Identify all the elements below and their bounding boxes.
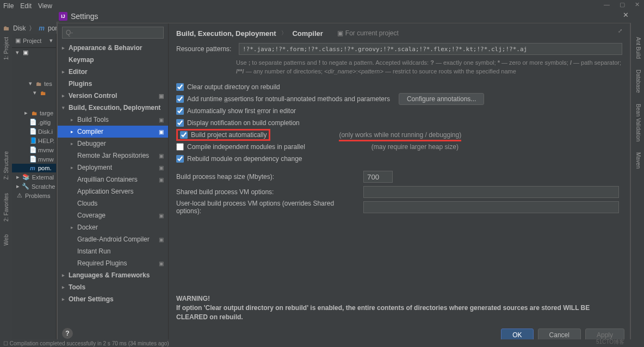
chk-rebuild-dep-row: Rebuild module on dependency change (176, 153, 622, 165)
nav-debugger[interactable]: ▸Debugger (58, 138, 168, 150)
nav-docker[interactable]: ▸Docker (58, 221, 168, 233)
resource-patterns-label: Resource patterns: (176, 43, 233, 55)
close-icon[interactable]: ✕ (623, 11, 629, 19)
nav-compiler[interactable]: ▸Compiler▣ (58, 126, 168, 138)
chk-clear-output-label: Clear output directory on rebuild (187, 83, 280, 91)
chk-assertions-row: Add runtime assertions for notnull-annot… (176, 93, 622, 105)
heap-size-row: Build process heap size (Mbytes): (176, 169, 622, 184)
chk-autoshow-row: Automatically show first error in editor (176, 105, 622, 117)
chk-parallel-label: Compile independent modules in parallel (187, 143, 305, 151)
chevron-down-icon[interactable]: ▾ (49, 37, 53, 44)
nav-tools[interactable]: ▸Tools (58, 281, 168, 293)
nav-coverage[interactable]: Coverage▣ (58, 209, 168, 221)
tab-bean[interactable]: Bean Validation (635, 104, 641, 141)
dialog-title: Settings (71, 12, 98, 21)
minimize-icon[interactable]: — (604, 1, 610, 8)
tab-maven[interactable]: Maven (635, 152, 641, 169)
nav-instant-run[interactable]: Instant Run (58, 245, 168, 257)
shared-vm-input[interactable] (363, 186, 619, 198)
nav-editor[interactable]: ▸Editor (58, 66, 168, 78)
left-tool-rail: 1: Project Z: Structure 2: Favorites Web (0, 34, 12, 339)
resource-hint: Use ; to separate patterns and ! to nega… (236, 58, 622, 76)
tab-web[interactable]: Web (3, 234, 9, 245)
menu-file[interactable]: File (3, 2, 14, 10)
userlocal-vm-input[interactable] (363, 201, 619, 213)
chk-assertions[interactable] (176, 95, 184, 103)
watermark: 51CTO博客 (596, 338, 624, 346)
close-window-icon[interactable]: ✕ (635, 1, 640, 8)
chk-build-auto-label: Build project automatically (191, 131, 267, 139)
nav-app-servers[interactable]: Application Servers (58, 185, 168, 197)
menu-view[interactable]: View (38, 2, 52, 10)
tree-row[interactable]: mpom. (12, 164, 56, 172)
chevron-right-icon: 〉 (281, 29, 287, 37)
problems-tab[interactable]: ⚠Problems (12, 191, 56, 200)
tree-row[interactable]: ▸🔧Scratche (12, 182, 56, 191)
settings-nav: ▸Appearance & Behavior Keymap ▸Editor Pl… (58, 23, 169, 342)
window-controls: — ▢ ✕ (604, 1, 640, 8)
note-parallel: (may require larger heap size) (371, 143, 459, 151)
menu-edit[interactable]: Edit (20, 2, 32, 10)
chk-rebuild-dep[interactable] (176, 155, 184, 163)
settings-nav-tree: ▸Appearance & Behavior Keymap ▸Editor Pl… (58, 42, 168, 325)
nav-remote-jar[interactable]: Remote Jar Repositories▣ (58, 150, 168, 162)
tree-row[interactable]: 📘HELP. (12, 136, 56, 145)
tree-row[interactable]: ▾▣ (12, 48, 56, 57)
nav-languages[interactable]: ▸Languages & Frameworks (58, 269, 168, 281)
chk-notify[interactable] (176, 119, 184, 127)
tab-project[interactable]: 1: Project (3, 37, 9, 60)
nav-vcs[interactable]: ▸Version Control▣ (58, 90, 168, 102)
tree-row[interactable]: ▸🖿targe (12, 108, 56, 117)
folder-icon: 🖿 (3, 24, 10, 32)
help-icon[interactable]: ? (62, 328, 73, 339)
project-header[interactable]: ▣ Project ▾ (12, 34, 56, 48)
nav-other[interactable]: ▸Other Settings (58, 293, 168, 305)
status-text: Compilation completed successfully in 2 … (10, 340, 169, 346)
ide-logo-icon: IJ (59, 12, 67, 21)
status-icon: ☐ (3, 340, 8, 346)
scope-note: ▣For current project (337, 29, 399, 37)
project-tool-window: ▣ Project ▾ ▾▣ ▾🖿tes ▾🖿 ▸🖿targe 📄.gitig … (12, 34, 57, 339)
breadcrumb-file-icon: m (39, 24, 45, 32)
nav-arquillian[interactable]: Arquillian Containers▣ (58, 174, 168, 185)
tree-row[interactable]: 📄Disk.i (12, 127, 56, 136)
tree-row[interactable]: 📄.gitig (12, 117, 56, 127)
chk-autoshow[interactable] (176, 107, 184, 115)
tree-row[interactable]: ▸📚External (12, 172, 56, 182)
chk-rebuild-dep-label: Rebuild module on dependency change (187, 155, 302, 163)
nav-build[interactable]: ▾Build, Execution, Deployment (58, 102, 168, 114)
crumb-parent[interactable]: Build, Execution, Deployment (176, 29, 276, 38)
tree-row[interactable]: 📄mvnw (12, 145, 56, 154)
tree-row[interactable]: ▾🖿 (12, 88, 56, 97)
tab-favorites[interactable]: 2: Favorites (3, 193, 9, 221)
chk-parallel[interactable] (176, 143, 184, 151)
nav-keymap[interactable]: Keymap (58, 54, 168, 66)
configure-annotations-button[interactable]: Configure annotations... (399, 93, 484, 105)
settings-search-input[interactable] (62, 27, 164, 39)
tab-ant[interactable]: Ant Build (635, 37, 641, 59)
project-header-icon: ▣ (15, 37, 21, 44)
dialog-title-bar: IJ Settings ✕ (59, 10, 631, 23)
chk-clear-output[interactable] (176, 83, 184, 91)
tab-database[interactable]: Database (635, 70, 641, 93)
tree-row[interactable]: 📄mvnw (12, 154, 56, 164)
tree-row[interactable]: ▾🖿tes (12, 79, 56, 88)
heap-size-input[interactable] (363, 171, 393, 183)
nav-build-tools[interactable]: ▸Build Tools▣ (58, 114, 168, 126)
resource-patterns-input[interactable] (239, 43, 622, 55)
nav-gradle-android[interactable]: Gradle-Android Compiler▣ (58, 233, 168, 245)
warning-text: WARNING! If option 'Clear output directo… (176, 294, 622, 322)
note-build-auto: (only works while not running / debuggin… (339, 131, 461, 139)
nav-appearance[interactable]: ▸Appearance & Behavior (58, 42, 168, 54)
chk-notify-label: Display notification on build completion (187, 119, 300, 127)
breadcrumb-sep: 〉 (29, 24, 35, 33)
nav-clouds[interactable]: Clouds (58, 197, 168, 209)
chk-build-auto[interactable] (180, 131, 188, 139)
breadcrumb-root[interactable]: Disk (13, 24, 26, 32)
nav-required-plugins[interactable]: Required Plugins▣ (58, 257, 168, 269)
expand-icon[interactable]: ⤢ (618, 28, 622, 34)
maximize-icon[interactable]: ▢ (620, 1, 625, 8)
nav-plugins[interactable]: Plugins (58, 78, 168, 90)
nav-deployment[interactable]: ▸Deployment▣ (58, 162, 168, 174)
tab-structure[interactable]: Z: Structure (3, 151, 9, 179)
